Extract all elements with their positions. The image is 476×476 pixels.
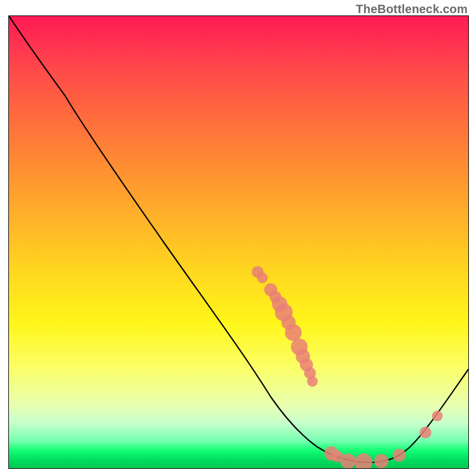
data-point bbox=[432, 411, 443, 421]
chart-container: TheBottleneck.com bbox=[0, 0, 476, 476]
plot-area bbox=[8, 15, 469, 469]
data-point bbox=[257, 273, 268, 283]
bottleneck-curve-path bbox=[9, 16, 468, 462]
watermark-text: TheBottleneck.com bbox=[356, 2, 468, 16]
data-point bbox=[374, 454, 389, 468]
data-point bbox=[340, 453, 356, 468]
data-points-group bbox=[252, 266, 443, 468]
data-point bbox=[307, 376, 318, 387]
data-point bbox=[355, 453, 372, 468]
data-point bbox=[285, 324, 302, 341]
curve-overlay bbox=[9, 16, 468, 468]
data-point bbox=[419, 427, 431, 439]
data-point bbox=[393, 449, 406, 462]
